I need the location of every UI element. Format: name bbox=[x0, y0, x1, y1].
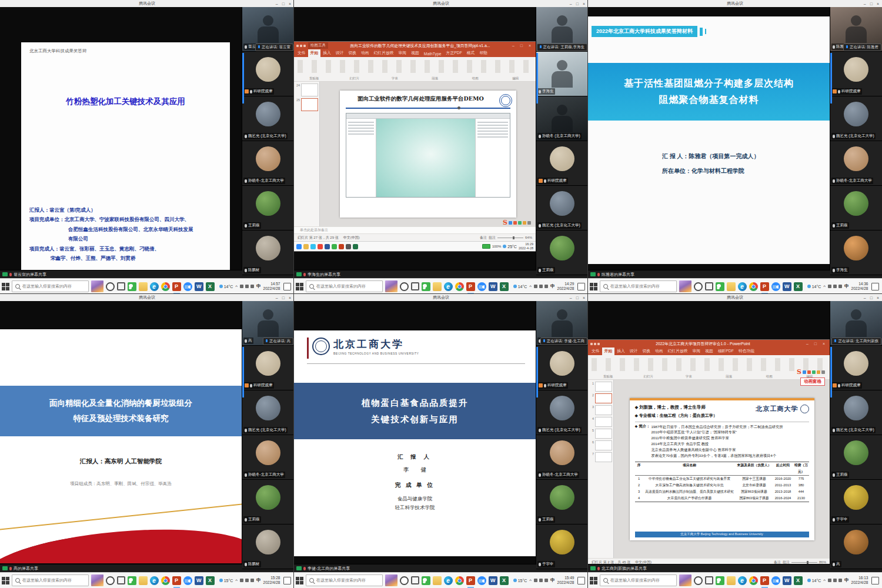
slide-thumbnail[interactable]: 25 bbox=[295, 98, 318, 111]
word-icon[interactable]: W bbox=[195, 282, 203, 291]
slide-thumbnail[interactable]: 4 bbox=[589, 417, 612, 427]
taskbar-clock[interactable]: 15:282022/4/28 bbox=[263, 576, 280, 585]
participant-tile[interactable]: 魏艺光 (北京化工大学) bbox=[830, 390, 882, 435]
app-icon[interactable] bbox=[296, 244, 302, 249]
edge-icon[interactable]: e bbox=[150, 576, 159, 585]
ribbon-group-label[interactable]: 编辑 bbox=[496, 76, 536, 81]
excel-icon[interactable]: X bbox=[794, 576, 803, 585]
participant-tile[interactable]: 魏艺光 (北京化工大学) bbox=[830, 96, 882, 141]
participant-tile[interactable]: 孙晓冬 (北京工商大学) bbox=[536, 96, 588, 141]
ribbon-tab[interactable]: 审阅 bbox=[690, 348, 703, 355]
participant-tile[interactable]: 魏艺光 (北京化工大学) bbox=[242, 96, 294, 141]
slide-thumbnail[interactable]: 1 bbox=[589, 382, 612, 392]
close-button[interactable]: × bbox=[289, 2, 291, 6]
weather-widget[interactable] bbox=[679, 280, 691, 292]
close-button[interactable]: × bbox=[583, 2, 585, 6]
edge-icon[interactable]: e bbox=[150, 282, 159, 291]
powerpoint-icon[interactable]: P bbox=[760, 282, 769, 291]
minimize-button[interactable]: – bbox=[276, 2, 278, 6]
maximize-button[interactable]: □ bbox=[870, 296, 873, 300]
ribbon-tab[interactable]: 设计 bbox=[333, 49, 346, 57]
start-button[interactable] bbox=[590, 282, 597, 290]
ribbon-group-label[interactable]: 段落 bbox=[709, 375, 750, 379]
quick-access-toolbar[interactable] bbox=[590, 343, 600, 345]
participant-tile[interactable]: 科研院观摩 bbox=[536, 141, 588, 186]
participant-tile[interactable]: 于宇中 bbox=[536, 524, 588, 569]
weather-temp[interactable]: 14°C bbox=[219, 285, 233, 289]
tencent-meeting-icon[interactable] bbox=[183, 282, 192, 291]
maximize-button[interactable]: □ bbox=[870, 2, 873, 6]
participant-tile[interactable]: 孙晓冬-北京工商大学 bbox=[536, 435, 588, 480]
tray-expand-icon[interactable]: ^ bbox=[529, 284, 532, 289]
ribbon-group-label[interactable]: 绘图 bbox=[749, 375, 790, 379]
ribbon-group-label[interactable]: 幻灯片 bbox=[335, 76, 375, 81]
context-tab[interactable]: 绘图工具 bbox=[308, 42, 328, 49]
edge-icon[interactable]: e bbox=[444, 282, 453, 291]
slide-thumbnail[interactable]: 24 bbox=[295, 83, 318, 96]
participant-tile[interactable]: 王莉薇 bbox=[536, 230, 588, 275]
cortana-icon[interactable] bbox=[400, 576, 409, 585]
cortana-icon[interactable] bbox=[694, 282, 703, 291]
participant-tile[interactable]: 科研院观摩 bbox=[242, 52, 294, 96]
taskbar-clock[interactable]: 15:492022/4/28 bbox=[557, 576, 574, 585]
tencent-meeting-icon[interactable] bbox=[477, 282, 486, 291]
wechat-icon[interactable] bbox=[422, 282, 430, 291]
participant-tile[interactable]: 王莉薇 bbox=[830, 186, 882, 230]
participant-tile[interactable]: 王莉薇 bbox=[536, 480, 588, 524]
chrome-icon[interactable] bbox=[161, 282, 170, 291]
edge-icon[interactable]: e bbox=[738, 576, 747, 585]
slide-thumbnail[interactable]: 7 bbox=[589, 452, 612, 462]
word-icon[interactable]: W bbox=[783, 282, 791, 291]
maximize-button[interactable]: □ bbox=[576, 296, 579, 300]
ribbon-tab[interactable]: 视图 bbox=[703, 348, 716, 355]
slide-thumbnail[interactable]: 6 bbox=[589, 440, 612, 450]
ribbon-group-label[interactable]: 段落 bbox=[415, 76, 456, 81]
word-icon[interactable]: W bbox=[195, 576, 203, 585]
task-view-icon[interactable] bbox=[117, 282, 125, 290]
app-icon[interactable] bbox=[353, 244, 358, 249]
taskbar-search[interactable]: 在这里输入你要搜索的内容 bbox=[12, 574, 89, 586]
task-view-icon[interactable] bbox=[705, 576, 713, 584]
ribbon-tab[interactable]: MathType bbox=[422, 51, 444, 57]
taskbar-clock[interactable]: 16:132022/4/28 bbox=[851, 576, 868, 585]
weather-widget[interactable] bbox=[385, 574, 397, 586]
ribbon-group-label[interactable]: 剪贴板 bbox=[294, 76, 335, 81]
participant-tile[interactable]: 于宇中 bbox=[830, 480, 882, 524]
app-icon[interactable] bbox=[310, 244, 316, 249]
notification-icon[interactable] bbox=[871, 283, 879, 290]
excel-icon[interactable]: X bbox=[500, 282, 509, 291]
taskbar-search[interactable]: 在这里输入你要搜索的内容 bbox=[12, 280, 89, 292]
notification-icon[interactable] bbox=[577, 577, 585, 584]
participant-tile[interactable]: 魏艺光 (北京化工大学) bbox=[242, 390, 294, 435]
taskbar-clock[interactable]: 14:292022/4/28 bbox=[557, 282, 574, 291]
ime-indicator[interactable]: 中 bbox=[844, 577, 849, 583]
notification-icon[interactable] bbox=[283, 283, 291, 290]
cortana-icon[interactable] bbox=[400, 282, 409, 291]
powerpoint-icon[interactable]: P bbox=[466, 282, 475, 291]
ribbon-group-label[interactable]: 字体 bbox=[375, 76, 415, 81]
tray-icons[interactable] bbox=[534, 285, 548, 288]
excel-icon[interactable]: X bbox=[794, 282, 803, 291]
start-button[interactable] bbox=[2, 282, 9, 290]
word-icon[interactable]: W bbox=[489, 576, 497, 585]
sidebar-scrollbar[interactable] bbox=[830, 53, 832, 103]
task-view-icon[interactable] bbox=[411, 282, 419, 290]
weather-widget[interactable] bbox=[91, 574, 103, 586]
ribbon-tab[interactable]: 设计 bbox=[627, 348, 640, 355]
participant-tile[interactable]: 科研院观摩 bbox=[242, 346, 294, 390]
ime-indicator[interactable]: 中 bbox=[256, 283, 261, 289]
file-explorer-icon[interactable] bbox=[727, 576, 736, 585]
chrome-icon[interactable] bbox=[749, 576, 758, 585]
ribbon-group-label[interactable]: 剪贴板 bbox=[588, 375, 629, 379]
tray-expand-icon[interactable]: ^ bbox=[823, 578, 826, 583]
participant-tile[interactable]: 王莉薇 bbox=[242, 186, 294, 230]
weather-temp[interactable]: 15°C bbox=[219, 579, 233, 583]
participant-tile[interactable]: 科研院观摩 bbox=[830, 346, 882, 390]
taskbar-search[interactable]: 在这里输入你要搜索的内容 bbox=[600, 280, 677, 292]
notification-icon[interactable] bbox=[871, 577, 879, 584]
participant-tile[interactable]: 王莉薇 bbox=[830, 435, 882, 480]
ribbon-group-label[interactable]: 幻灯片 bbox=[629, 375, 669, 379]
tray-icons[interactable] bbox=[534, 579, 548, 582]
notes-placeholder[interactable]: 单击此处添加备注 bbox=[294, 226, 536, 233]
app-icon[interactable] bbox=[346, 244, 351, 249]
